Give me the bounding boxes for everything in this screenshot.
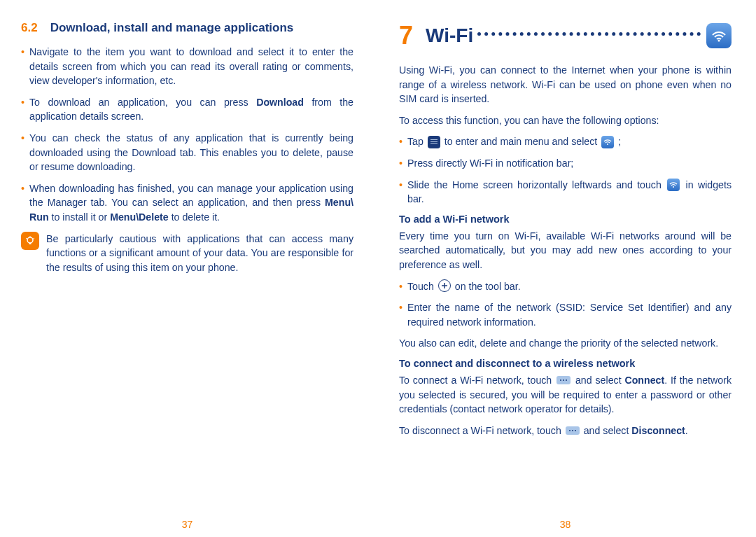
chapter-title: Wi-Fi xyxy=(426,25,473,47)
wifi-small-icon xyxy=(601,136,614,148)
svg-point-7 xyxy=(673,186,674,188)
left-page: 6.2Download, install and manage applicat… xyxy=(0,0,378,537)
paragraph: You also can edit, delete and change the… xyxy=(399,336,732,351)
paragraph: To disconnect a Wi-Fi network, touch and… xyxy=(399,424,732,438)
section-heading: 6.2Download, install and manage applicat… xyxy=(21,21,354,35)
wifi-small-icon xyxy=(667,179,680,191)
svg-line-3 xyxy=(33,238,34,239)
paragraph: To connect a Wi-Fi network, touch and se… xyxy=(399,373,732,417)
subheading: To connect and disconnect to a wireless … xyxy=(399,358,732,369)
page-number: 38 xyxy=(399,519,732,530)
bullet-item: Press directly Wi-Fi in notification bar… xyxy=(399,156,732,171)
section-title: Download, install and manage application… xyxy=(50,21,294,34)
svg-point-15 xyxy=(575,430,576,431)
section-number: 6.2 xyxy=(21,21,38,34)
svg-line-2 xyxy=(26,238,27,239)
bullet-item: Navigate to the item you want to downloa… xyxy=(21,45,354,88)
svg-point-11 xyxy=(563,379,564,381)
paragraph: Every time you turn on Wi-Fi, available … xyxy=(399,229,732,272)
bullet-item: To download an application, you can pres… xyxy=(21,95,354,124)
note-block: Be particularly cautious with applicatio… xyxy=(21,232,354,275)
bullet-item: When downloading has finished, you can m… xyxy=(21,181,354,225)
svg-point-5 xyxy=(718,40,720,42)
bullet-item: You can check the status of any applicat… xyxy=(21,131,354,174)
bullet-list: Navigate to the item you want to downloa… xyxy=(21,45,354,225)
right-page: 7 Wi-Fi Using Wi-Fi, you can connect to … xyxy=(378,0,756,537)
bullet-list: Touch on the tool bar. Enter the name of… xyxy=(399,279,732,330)
svg-point-6 xyxy=(607,144,608,145)
bullet-item: Touch on the tool bar. xyxy=(399,279,732,294)
svg-point-10 xyxy=(560,379,561,381)
grid-menu-icon xyxy=(428,136,440,148)
svg-rect-1 xyxy=(29,243,31,244)
paragraph: Using Wi-Fi, you can connect to the Inte… xyxy=(399,63,732,106)
svg-point-12 xyxy=(566,379,567,381)
more-icon xyxy=(556,376,570,384)
bullet-item: Enter the name of the network (SSID: Ser… xyxy=(399,300,732,329)
bullet-item: Slide the Home screen horizontally leftw… xyxy=(399,178,732,207)
note-text: Be particularly cautious with applicatio… xyxy=(46,232,354,275)
wifi-icon xyxy=(706,23,732,48)
chapter-dots xyxy=(477,32,701,36)
bullet-item: Tap to enter and main menu and select ; xyxy=(399,134,732,149)
svg-point-14 xyxy=(572,430,573,431)
paragraph: To access this function, you can have th… xyxy=(399,113,732,128)
more-icon xyxy=(566,426,580,435)
tip-icon xyxy=(21,232,39,250)
chapter-number: 7 xyxy=(399,21,413,50)
subheading: To add a Wi-Fi network xyxy=(399,214,732,225)
chapter-heading: 7 Wi-Fi xyxy=(399,21,732,50)
svg-point-0 xyxy=(27,237,33,243)
svg-point-13 xyxy=(569,430,570,431)
bullet-list: Tap to enter and main menu and select ; … xyxy=(399,134,732,206)
plus-icon xyxy=(438,279,451,292)
page-number: 37 xyxy=(21,519,354,530)
